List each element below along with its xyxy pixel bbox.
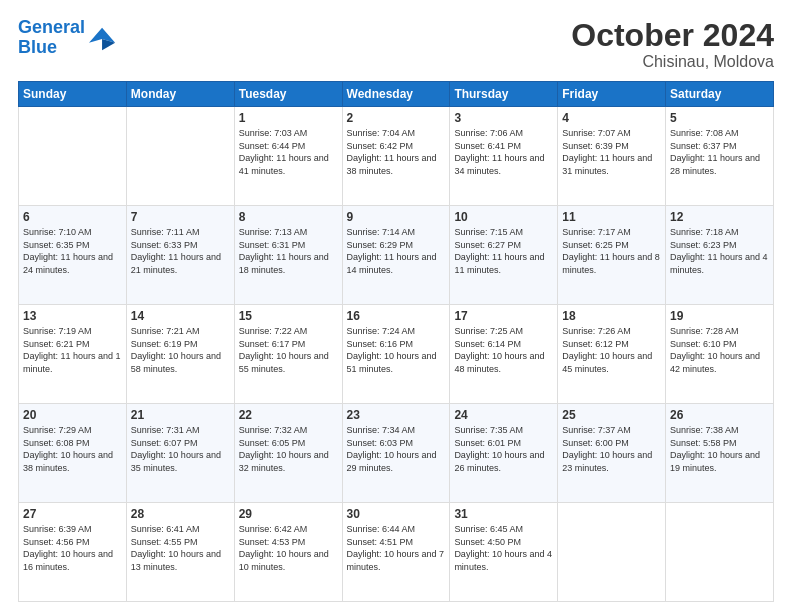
day-info: Sunrise: 7:11 AM Sunset: 6:33 PM Dayligh…: [131, 226, 230, 276]
day-number: 19: [670, 309, 769, 323]
week-row-4: 20Sunrise: 7:29 AM Sunset: 6:08 PM Dayli…: [19, 404, 774, 503]
calendar-cell: 11Sunrise: 7:17 AM Sunset: 6:25 PM Dayli…: [558, 206, 666, 305]
weekday-saturday: Saturday: [666, 82, 774, 107]
day-info: Sunrise: 7:37 AM Sunset: 6:00 PM Dayligh…: [562, 424, 661, 474]
day-info: Sunrise: 7:28 AM Sunset: 6:10 PM Dayligh…: [670, 325, 769, 375]
calendar-cell: 24Sunrise: 7:35 AM Sunset: 6:01 PM Dayli…: [450, 404, 558, 503]
day-number: 28: [131, 507, 230, 521]
calendar-cell: 3Sunrise: 7:06 AM Sunset: 6:41 PM Daylig…: [450, 107, 558, 206]
weekday-wednesday: Wednesday: [342, 82, 450, 107]
day-number: 30: [347, 507, 446, 521]
day-info: Sunrise: 7:34 AM Sunset: 6:03 PM Dayligh…: [347, 424, 446, 474]
weekday-monday: Monday: [126, 82, 234, 107]
day-number: 27: [23, 507, 122, 521]
calendar-cell: [19, 107, 127, 206]
calendar-cell: 19Sunrise: 7:28 AM Sunset: 6:10 PM Dayli…: [666, 305, 774, 404]
calendar-cell: 5Sunrise: 7:08 AM Sunset: 6:37 PM Daylig…: [666, 107, 774, 206]
day-info: Sunrise: 7:17 AM Sunset: 6:25 PM Dayligh…: [562, 226, 661, 276]
calendar-cell: [126, 107, 234, 206]
weekday-friday: Friday: [558, 82, 666, 107]
calendar-cell: 26Sunrise: 7:38 AM Sunset: 5:58 PM Dayli…: [666, 404, 774, 503]
day-number: 7: [131, 210, 230, 224]
day-number: 3: [454, 111, 553, 125]
day-info: Sunrise: 7:15 AM Sunset: 6:27 PM Dayligh…: [454, 226, 553, 276]
svg-marker-0: [89, 28, 115, 43]
day-number: 14: [131, 309, 230, 323]
weekday-tuesday: Tuesday: [234, 82, 342, 107]
title-section: October 2024 Chisinau, Moldova: [571, 18, 774, 71]
week-row-2: 6Sunrise: 7:10 AM Sunset: 6:35 PM Daylig…: [19, 206, 774, 305]
day-number: 18: [562, 309, 661, 323]
calendar-cell: 23Sunrise: 7:34 AM Sunset: 6:03 PM Dayli…: [342, 404, 450, 503]
calendar-cell: [558, 503, 666, 602]
day-info: Sunrise: 7:25 AM Sunset: 6:14 PM Dayligh…: [454, 325, 553, 375]
day-info: Sunrise: 7:26 AM Sunset: 6:12 PM Dayligh…: [562, 325, 661, 375]
day-number: 12: [670, 210, 769, 224]
day-info: Sunrise: 6:44 AM Sunset: 4:51 PM Dayligh…: [347, 523, 446, 573]
calendar-cell: 30Sunrise: 6:44 AM Sunset: 4:51 PM Dayli…: [342, 503, 450, 602]
calendar-cell: 14Sunrise: 7:21 AM Sunset: 6:19 PM Dayli…: [126, 305, 234, 404]
day-number: 24: [454, 408, 553, 422]
calendar-cell: 10Sunrise: 7:15 AM Sunset: 6:27 PM Dayli…: [450, 206, 558, 305]
calendar-cell: 22Sunrise: 7:32 AM Sunset: 6:05 PM Dayli…: [234, 404, 342, 503]
calendar-cell: 4Sunrise: 7:07 AM Sunset: 6:39 PM Daylig…: [558, 107, 666, 206]
day-info: Sunrise: 7:07 AM Sunset: 6:39 PM Dayligh…: [562, 127, 661, 177]
day-info: Sunrise: 7:32 AM Sunset: 6:05 PM Dayligh…: [239, 424, 338, 474]
weekday-thursday: Thursday: [450, 82, 558, 107]
day-number: 5: [670, 111, 769, 125]
week-row-3: 13Sunrise: 7:19 AM Sunset: 6:21 PM Dayli…: [19, 305, 774, 404]
day-info: Sunrise: 7:18 AM Sunset: 6:23 PM Dayligh…: [670, 226, 769, 276]
day-info: Sunrise: 6:45 AM Sunset: 4:50 PM Dayligh…: [454, 523, 553, 573]
day-info: Sunrise: 7:29 AM Sunset: 6:08 PM Dayligh…: [23, 424, 122, 474]
day-number: 23: [347, 408, 446, 422]
day-number: 16: [347, 309, 446, 323]
day-info: Sunrise: 7:04 AM Sunset: 6:42 PM Dayligh…: [347, 127, 446, 177]
calendar-body: 1Sunrise: 7:03 AM Sunset: 6:44 PM Daylig…: [19, 107, 774, 602]
calendar-cell: 1Sunrise: 7:03 AM Sunset: 6:44 PM Daylig…: [234, 107, 342, 206]
calendar-cell: 15Sunrise: 7:22 AM Sunset: 6:17 PM Dayli…: [234, 305, 342, 404]
calendar-cell: 7Sunrise: 7:11 AM Sunset: 6:33 PM Daylig…: [126, 206, 234, 305]
day-info: Sunrise: 7:24 AM Sunset: 6:16 PM Dayligh…: [347, 325, 446, 375]
calendar-cell: 27Sunrise: 6:39 AM Sunset: 4:56 PM Dayli…: [19, 503, 127, 602]
month-title: October 2024: [571, 18, 774, 53]
day-number: 10: [454, 210, 553, 224]
logo-text: General Blue: [18, 18, 85, 58]
day-info: Sunrise: 7:06 AM Sunset: 6:41 PM Dayligh…: [454, 127, 553, 177]
day-number: 9: [347, 210, 446, 224]
day-info: Sunrise: 7:14 AM Sunset: 6:29 PM Dayligh…: [347, 226, 446, 276]
day-info: Sunrise: 6:42 AM Sunset: 4:53 PM Dayligh…: [239, 523, 338, 573]
day-info: Sunrise: 7:08 AM Sunset: 6:37 PM Dayligh…: [670, 127, 769, 177]
day-number: 21: [131, 408, 230, 422]
day-info: Sunrise: 7:19 AM Sunset: 6:21 PM Dayligh…: [23, 325, 122, 375]
day-info: Sunrise: 7:13 AM Sunset: 6:31 PM Dayligh…: [239, 226, 338, 276]
page: General Blue October 2024 Chisinau, Mold…: [0, 0, 792, 612]
day-info: Sunrise: 7:10 AM Sunset: 6:35 PM Dayligh…: [23, 226, 122, 276]
calendar-cell: 17Sunrise: 7:25 AM Sunset: 6:14 PM Dayli…: [450, 305, 558, 404]
calendar-cell: 9Sunrise: 7:14 AM Sunset: 6:29 PM Daylig…: [342, 206, 450, 305]
calendar-cell: 12Sunrise: 7:18 AM Sunset: 6:23 PM Dayli…: [666, 206, 774, 305]
day-number: 1: [239, 111, 338, 125]
logo: General Blue: [18, 18, 117, 58]
day-number: 29: [239, 507, 338, 521]
calendar-table: SundayMondayTuesdayWednesdayThursdayFrid…: [18, 81, 774, 602]
weekday-sunday: Sunday: [19, 82, 127, 107]
calendar-cell: 25Sunrise: 7:37 AM Sunset: 6:00 PM Dayli…: [558, 404, 666, 503]
day-number: 6: [23, 210, 122, 224]
day-info: Sunrise: 7:03 AM Sunset: 6:44 PM Dayligh…: [239, 127, 338, 177]
day-number: 15: [239, 309, 338, 323]
day-info: Sunrise: 7:21 AM Sunset: 6:19 PM Dayligh…: [131, 325, 230, 375]
calendar-cell: [666, 503, 774, 602]
day-number: 25: [562, 408, 661, 422]
calendar-cell: 20Sunrise: 7:29 AM Sunset: 6:08 PM Dayli…: [19, 404, 127, 503]
day-info: Sunrise: 7:22 AM Sunset: 6:17 PM Dayligh…: [239, 325, 338, 375]
header: General Blue October 2024 Chisinau, Mold…: [18, 18, 774, 71]
day-number: 17: [454, 309, 553, 323]
week-row-5: 27Sunrise: 6:39 AM Sunset: 4:56 PM Dayli…: [19, 503, 774, 602]
logo-icon: [89, 24, 117, 52]
day-number: 31: [454, 507, 553, 521]
day-info: Sunrise: 6:39 AM Sunset: 4:56 PM Dayligh…: [23, 523, 122, 573]
calendar-cell: 2Sunrise: 7:04 AM Sunset: 6:42 PM Daylig…: [342, 107, 450, 206]
day-number: 11: [562, 210, 661, 224]
location: Chisinau, Moldova: [571, 53, 774, 71]
day-info: Sunrise: 7:35 AM Sunset: 6:01 PM Dayligh…: [454, 424, 553, 474]
